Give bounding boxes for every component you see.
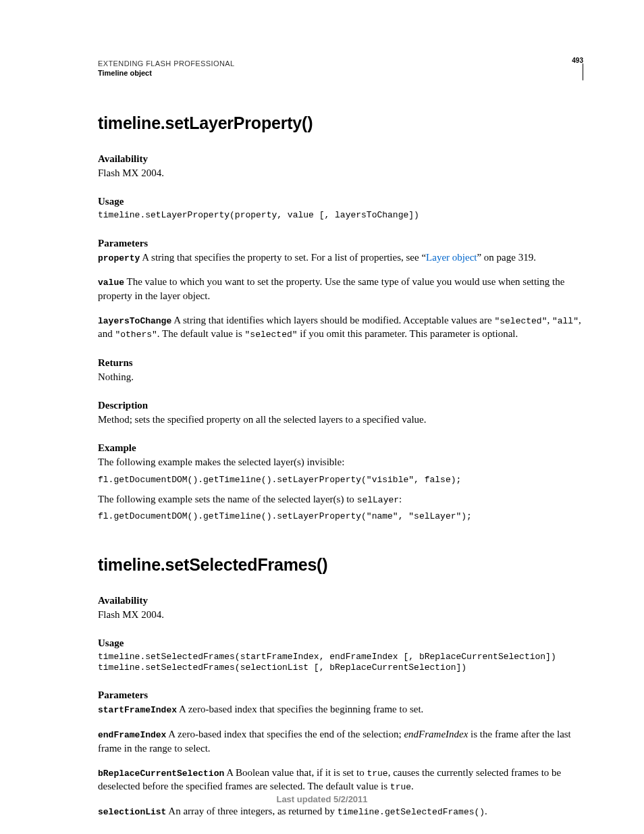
parameter-description: startFrameIndex A zero-based index that … xyxy=(98,702,583,716)
code-inline: true xyxy=(367,768,387,779)
section-heading: timeline.setLayerProperty() xyxy=(98,113,583,133)
code-inline: "selected" xyxy=(494,316,547,326)
param-name: property xyxy=(98,253,140,263)
code-block: timeline.setLayerProperty(property, valu… xyxy=(98,210,583,221)
param-text: . xyxy=(485,806,487,816)
param-text: A zero-based index that specifies the en… xyxy=(166,729,404,739)
code-block: fl.getDocumentDOM().getTimeline().setLay… xyxy=(98,511,583,522)
parameter-description: value The value to which you want to set… xyxy=(98,275,583,303)
body-text: Flash MX 2004. xyxy=(98,166,583,180)
param-text: The value to which you want to set the p… xyxy=(98,276,564,301)
section-spacer xyxy=(98,529,583,555)
parameter-description: layersToChange A string that identifies … xyxy=(98,313,583,341)
page-container: EXTENDING FLASH PROFESSIONAL Timeline ob… xyxy=(0,0,644,834)
param-text: if you omit this parameter. This paramet… xyxy=(298,328,518,339)
subheading-description: Description xyxy=(98,400,583,411)
page-header: EXTENDING FLASH PROFESSIONAL Timeline ob… xyxy=(98,59,583,77)
subheading-usage: Usage xyxy=(98,196,583,207)
section-heading: timeline.setSelectedFrames() xyxy=(98,555,583,575)
code-block: timeline.setSelectedFrames(startFrameInd… xyxy=(98,652,583,674)
param-name: endFrameIndex xyxy=(98,730,166,740)
page-footer: Last updated 5/2/2011 xyxy=(0,794,644,804)
parameter-description: bReplaceCurrentSelection A Boolean value… xyxy=(98,766,583,793)
param-text: A Boolean value that, if it is set to xyxy=(224,767,367,778)
page-number: 493 xyxy=(572,57,583,64)
body-text: Method; sets the specified property on a… xyxy=(98,413,583,426)
param-name: selectionList xyxy=(98,807,166,817)
parameter-description: property A string that specifies the pro… xyxy=(98,251,583,265)
param-text: . xyxy=(411,781,414,791)
parameter-description: selectionList An array of three integers… xyxy=(98,804,583,818)
param-name: startFrameIndex xyxy=(98,705,177,715)
code-inline: selLayer xyxy=(357,495,399,505)
param-text: An array of three integers, as returned … xyxy=(166,806,337,816)
param-text: ” on page 319. xyxy=(477,252,535,263)
subheading-availability: Availability xyxy=(98,595,583,606)
body-text-run: : xyxy=(399,494,402,504)
param-text: , xyxy=(547,315,552,325)
param-text: A string that identifies which layers sh… xyxy=(171,315,494,325)
subheading-example: Example xyxy=(98,442,583,454)
code-inline: true xyxy=(390,782,411,792)
running-head-title: EXTENDING FLASH PROFESSIONAL xyxy=(98,59,583,68)
subheading-usage: Usage xyxy=(98,637,583,649)
code-inline: "selected" xyxy=(245,330,298,340)
subheading-parameters: Parameters xyxy=(98,238,583,249)
code-inline: "all" xyxy=(552,316,579,326)
subheading-parameters: Parameters xyxy=(98,689,583,701)
code-inline: "others" xyxy=(115,330,157,340)
param-text: . The default value is xyxy=(157,328,245,339)
cross-ref-link[interactable]: Layer object xyxy=(426,252,477,263)
body-text-run: The following example sets the name of t… xyxy=(98,494,357,504)
subheading-availability: Availability xyxy=(98,153,583,165)
param-text: A string that specifies the property to … xyxy=(140,252,426,263)
param-name: bReplaceCurrentSelection xyxy=(98,768,224,779)
param-name: value xyxy=(98,278,124,288)
subheading-returns: Returns xyxy=(98,357,583,369)
body-text: The following example makes the selected… xyxy=(98,455,583,469)
header-rule xyxy=(583,63,583,80)
body-text: Nothing. xyxy=(98,370,583,384)
param-emphasis: endFrameIndex xyxy=(404,729,468,739)
body-text: The following example sets the name of t… xyxy=(98,492,583,506)
code-inline: timeline.getSelectedFrames() xyxy=(338,807,485,817)
param-name: layersToChange xyxy=(98,316,171,326)
parameter-description: endFrameIndex A zero-based index that sp… xyxy=(98,727,583,755)
param-text: A zero-based index that specifies the be… xyxy=(177,704,423,714)
code-block: fl.getDocumentDOM().getTimeline().setLay… xyxy=(98,475,583,486)
page-number-group: 493 xyxy=(572,57,583,64)
body-text: Flash MX 2004. xyxy=(98,608,583,621)
running-head-section: Timeline object xyxy=(98,69,583,77)
